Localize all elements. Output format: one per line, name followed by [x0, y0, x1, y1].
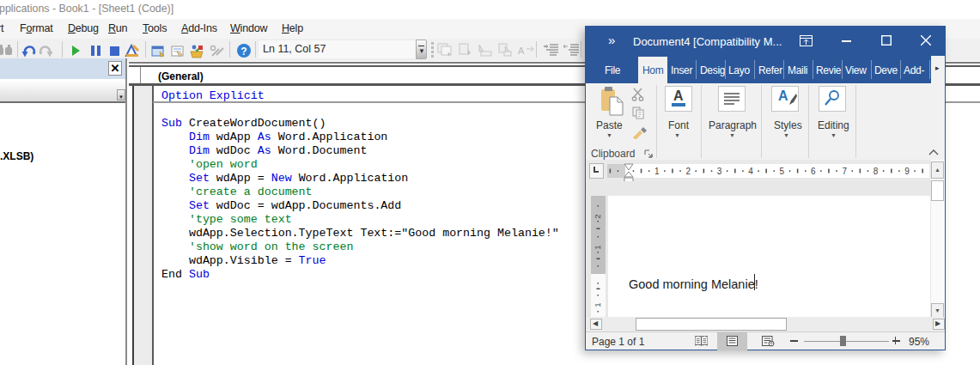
svg-text:5: 5 — [780, 167, 785, 176]
svg-text:1: 1 — [593, 302, 602, 307]
svg-text:7: 7 — [842, 167, 847, 176]
svg-text:2: 2 — [593, 214, 602, 218]
svg-text:3: 3 — [717, 167, 722, 176]
svg-text:?: ? — [240, 46, 247, 58]
svg-text:1: 1 — [593, 245, 602, 249]
svg-text:4: 4 — [748, 167, 753, 176]
svg-text:6: 6 — [811, 167, 816, 176]
svg-text:1: 1 — [654, 167, 660, 176]
svg-text:9: 9 — [904, 167, 910, 176]
svg-text:A: A — [518, 46, 525, 56]
svg-text:2: 2 — [685, 167, 691, 176]
svg-text:8: 8 — [873, 167, 879, 176]
